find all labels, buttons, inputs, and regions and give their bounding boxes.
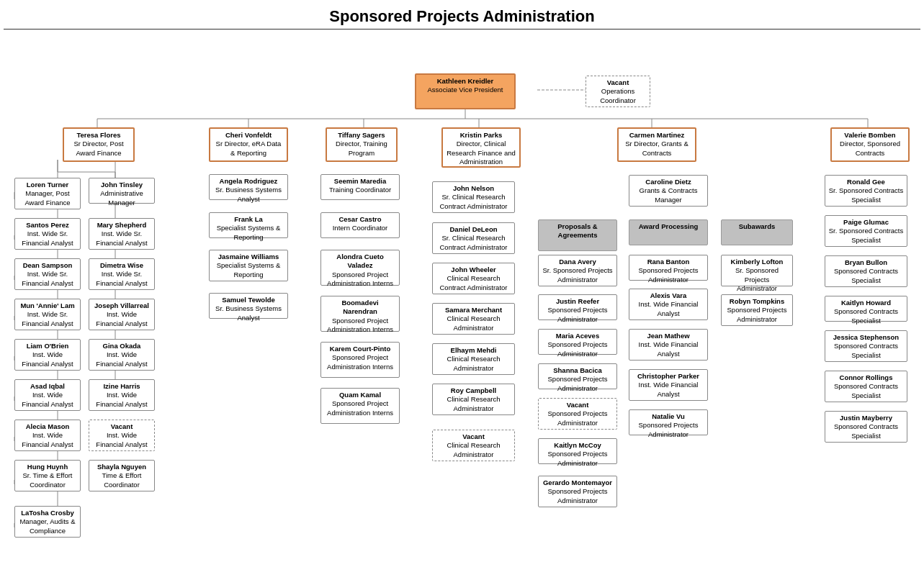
box-latosha: LaTosha Crosby Manager, Audits & Complia… xyxy=(14,506,81,538)
box-paige: Paige Glumac Sr. Sponsored Contracts Spe… xyxy=(825,215,907,247)
box-kaitlyn-mccoy: Kaitlyn McCoy Sponsored Projects Adminis… xyxy=(538,438,617,464)
box-cheri: Cheri Vonfeldt Sr Director, eRA Data & R… xyxy=(209,127,288,162)
box-john-nelson: John Nelson Sr. Clinical Research Contra… xyxy=(432,181,515,213)
box-vacant-ops: Vacant Operations Coordinator xyxy=(586,76,650,107)
box-kaitlyn-howard: Kaitlyn Howard Sponsored Contracts Speci… xyxy=(825,296,907,322)
box-hung: Hung Huynh Sr. Time & Effort Coordinator xyxy=(14,460,81,491)
box-elhaym: Elhaym Mehdi Clinical Research Administr… xyxy=(432,343,515,375)
box-dean: Dean Sampson Inst. Wide Sr. Financial An… xyxy=(14,258,81,290)
box-seemin: Seemin Maredia Training Coordinator xyxy=(320,174,400,200)
box-john-wheeler: John Wheeler Clinical Research Contract … xyxy=(432,263,515,294)
box-vacant-cra: Vacant Clinical Research Administrator xyxy=(432,430,515,461)
box-samuel: Samuel Tewolde Sr. Business Systems Anal… xyxy=(209,293,288,319)
box-connor: Connor Rollings Sponsored Contracts Spec… xyxy=(825,371,907,402)
box-mary: Mary Shepherd Inst. Wide Sr. Financial A… xyxy=(89,218,155,250)
box-jasmaine: Jasmaine Williams Specialist Systems & R… xyxy=(209,250,288,281)
box-loren: Loren Turner Manager, Post Award Finance xyxy=(14,178,81,209)
box-caroline: Caroline Dietz Grants & Contracts Manage… xyxy=(629,175,708,207)
box-john-tinsley: John Tinsley Administrative Manager xyxy=(89,178,155,204)
box-maria: Maria Aceves Sponsored Projects Administ… xyxy=(538,329,617,355)
box-shanna: Shanna Bacica Sponsored Projects Adminis… xyxy=(538,363,617,389)
box-teresa: Teresa Flores Sr Director, Post Award Fi… xyxy=(63,127,135,162)
box-justin-reefer: Justin Reefer Sponsored Projects Adminis… xyxy=(538,294,617,320)
box-bryan: Bryan Bullon Sponsored Contracts Special… xyxy=(825,255,907,287)
box-liam: Liam O'Brien Inst. Wide Financial Analys… xyxy=(14,339,81,371)
box-karem: Karem Court-Pinto Sponsored Project Admi… xyxy=(320,342,400,378)
box-subawards: Subawards xyxy=(721,219,793,245)
box-santos: Santos Perez Inst. Wide Sr. Financial An… xyxy=(14,218,81,250)
box-asad: Asad Iqbal Inst. Wide Financial Analyst xyxy=(14,379,81,411)
box-kathleen: Kathleen Kreidler Associate Vice Preside… xyxy=(415,73,516,109)
box-vacant-spa: Vacant Sponsored Projects Administrator xyxy=(538,398,617,430)
box-carmen: Carmen Martinez Sr Director, Grants & Co… xyxy=(617,127,696,162)
box-mun-annie: Mun 'Annie' Lam Inst. Wide Sr. Financial… xyxy=(14,299,81,330)
page: Sponsored Projects Administration xyxy=(0,0,924,562)
box-dana: Dana Avery Sr. Sponsored Projects Admini… xyxy=(538,255,617,286)
box-jean: Jean Mathew Inst. Wide Financial Analyst xyxy=(629,329,708,361)
box-christopher: Christopher Parker Inst. Wide Financial … xyxy=(629,369,708,401)
box-proposals: Proposals & Agreements xyxy=(538,219,617,251)
box-tiffany: Tiffany Sagers Director, Training Progra… xyxy=(326,127,398,162)
box-valerie: Valerie Bomben Director, Sponsored Contr… xyxy=(830,127,910,162)
box-robyn: Robyn Tompkins Sponsored Projects Admini… xyxy=(721,294,793,326)
box-frank: Frank La Specialist Systems & Reporting xyxy=(209,212,288,238)
box-daniel: Daniel DeLeon Sr. Clinical Research Cont… xyxy=(432,222,515,254)
box-kimberly: Kimberly Lofton Sr. Sponsored Projects A… xyxy=(721,255,793,286)
box-shayla: Shayla Nguyen Time & Effort Coordinator xyxy=(89,460,155,491)
page-title: Sponsored Projects Administration xyxy=(4,7,920,30)
box-izine: Izine Harris Inst. Wide Financial Analys… xyxy=(89,379,155,411)
box-alondra: Alondra Cueto Valadez Sponsored Project … xyxy=(320,250,400,286)
box-joseph: Joseph Villarreal Inst. Wide Financial A… xyxy=(89,299,155,330)
box-gerardo: Gerardo Montemayor Sponsored Projects Ad… xyxy=(538,476,617,507)
box-rana: Rana Banton Sponsored Projects Administr… xyxy=(629,255,708,281)
box-gina: Gina Okada Inst. Wide Financial Analyst xyxy=(89,339,155,371)
box-boomadevi: Boomadevi Narendran Sponsored Project Ad… xyxy=(320,296,400,332)
box-alexis: Alexis Vara Inst. Wide Financial Analyst xyxy=(629,289,708,320)
box-quam: Quam Kamal Sponsored Project Administrat… xyxy=(320,388,400,424)
box-ronald: Ronald Gee Sr. Sponsored Contracts Speci… xyxy=(825,175,907,207)
box-roy: Roy Campbell Clinical Research Administr… xyxy=(432,384,515,415)
box-samara: Samara Merchant Clinical Research Admini… xyxy=(432,303,515,335)
box-kristin: Kristin Parks Director, Clinical Researc… xyxy=(441,127,521,168)
box-natalie: Natalie Vu Sponsored Projects Administra… xyxy=(629,409,708,435)
box-alecia: Alecia Mason Inst. Wide Financial Analys… xyxy=(14,420,81,451)
box-dimetra: Dimetra Wise Inst. Wide Sr. Financial An… xyxy=(89,258,155,290)
box-award-proc: Award Processing xyxy=(629,219,708,245)
box-cesar: Cesar Castro Intern Coordinator xyxy=(320,212,400,238)
box-justin-mayberry: Justin Mayberry Sponsored Contracts Spec… xyxy=(825,411,907,443)
box-angela: Angela Rodriguez Sr. Business Systems An… xyxy=(209,174,288,200)
box-vacant-fin: Vacant Inst. Wide Financial Analyst xyxy=(89,420,155,451)
box-jessica: Jessica Stephenson Sponsored Contracts S… xyxy=(825,330,907,362)
